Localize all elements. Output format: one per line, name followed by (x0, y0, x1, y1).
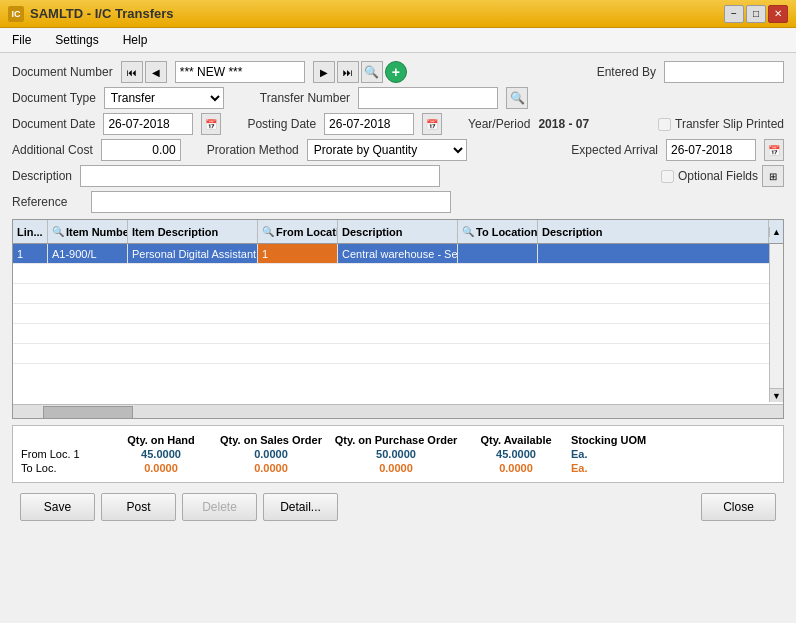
h-scrollbar-thumb[interactable] (43, 406, 133, 420)
minimize-button[interactable]: − (724, 5, 744, 23)
optional-fields-checkbox[interactable] (661, 170, 674, 183)
from-qty-available: 45.0000 (461, 448, 571, 460)
year-period-value: 2018 - 07 (538, 117, 589, 131)
posting-date-calendar[interactable]: 📅 (422, 113, 442, 135)
optional-fields-icon-btn[interactable]: ⊞ (762, 165, 784, 187)
delete-button[interactable]: Delete (182, 493, 257, 521)
menu-file[interactable]: File (8, 31, 35, 49)
col-item-number: 🔍 Item Number (48, 220, 128, 243)
document-date-label: Document Date (12, 117, 95, 131)
menu-help[interactable]: Help (119, 31, 152, 49)
title-bar: IC SAMLTD - I/C Transfers − □ ✕ (0, 0, 796, 28)
grid-header: Lin... 🔍 Item Number Item Description 🔍 … (13, 220, 783, 244)
col-description: Description (338, 220, 458, 243)
cell-to-location (458, 244, 538, 263)
proration-method-label: Proration Method (207, 143, 299, 157)
optional-fields-label: Optional Fields (678, 169, 758, 183)
bottom-stats-panel: Qty. on Hand Qty. on Sales Order Qty. on… (12, 425, 784, 483)
nav-prev-button[interactable]: ◀ (145, 61, 167, 83)
header-qty-sales: Qty. on Sales Order (211, 434, 331, 446)
document-date-field[interactable] (103, 113, 193, 135)
table-row[interactable]: 1 A1-900/L Personal Digital Assistant 1 … (13, 244, 783, 264)
document-date-calendar[interactable]: 📅 (201, 113, 221, 135)
menu-settings[interactable]: Settings (51, 31, 102, 49)
add-document-button[interactable]: + (385, 61, 407, 83)
reference-field[interactable] (91, 191, 451, 213)
table-row[interactable] (13, 284, 783, 304)
proration-method-select[interactable]: Prorate by Quantity Prorate by Cost No P… (307, 139, 467, 161)
search-document-button[interactable]: 🔍 (361, 61, 383, 83)
menu-bar: File Settings Help (0, 28, 796, 53)
vscroll-up-arrow[interactable]: ▲ (769, 227, 783, 237)
col-item-description: Item Description (128, 220, 258, 243)
from-loc-label: From Loc. 1 (21, 448, 111, 460)
document-number-label: Document Number (12, 65, 113, 79)
nav-first-button[interactable]: ⏮ (121, 61, 143, 83)
year-period-label: Year/Period (468, 117, 530, 131)
to-qty-hand: 0.0000 (111, 462, 211, 474)
close-button[interactable]: Close (701, 493, 776, 521)
document-number-field: *** NEW *** (175, 61, 305, 83)
table-row[interactable] (13, 264, 783, 284)
from-qty-sales: 0.0000 (211, 448, 331, 460)
header-qty-purchase: Qty. on Purchase Order (331, 434, 461, 446)
expected-arrival-label: Expected Arrival (571, 143, 658, 157)
grid-body[interactable]: 1 A1-900/L Personal Digital Assistant 1 … (13, 244, 783, 404)
cell-item-description: Personal Digital Assistant (128, 244, 258, 263)
cell-from-location: 1 (258, 244, 338, 263)
col-line: Lin... (13, 220, 48, 243)
cell-line: 1 (13, 244, 48, 263)
document-type-label: Document Type (12, 91, 96, 105)
entered-by-label: Entered By (597, 65, 656, 79)
button-row: Save Post Delete Detail... Close (12, 487, 784, 525)
main-content: Document Number ⏮ ◀ *** NEW *** ▶ ⏭ 🔍 + … (0, 53, 796, 620)
transfer-slip-label: Transfer Slip Printed (675, 117, 784, 131)
transfer-number-field[interactable] (358, 87, 498, 109)
maximize-button[interactable]: □ (746, 5, 766, 23)
posting-date-label: Posting Date (247, 117, 316, 131)
nav-next-button[interactable]: ▶ (313, 61, 335, 83)
additional-cost-field[interactable] (101, 139, 181, 161)
table-row[interactable] (13, 304, 783, 324)
search-transfer-button[interactable]: 🔍 (506, 87, 528, 109)
additional-cost-label: Additional Cost (12, 143, 93, 157)
header-uom: Stocking UOM (571, 434, 651, 446)
description-field[interactable] (80, 165, 440, 187)
app-icon: IC (8, 6, 24, 22)
to-uom: Ea. (571, 462, 651, 474)
table-row[interactable] (13, 344, 783, 364)
from-uom: Ea. (571, 448, 651, 460)
description-label: Description (12, 169, 72, 183)
vscroll-down-arrow[interactable]: ▼ (770, 388, 783, 402)
to-loc-label: To Loc. (21, 462, 111, 474)
transfers-grid: Lin... 🔍 Item Number Item Description 🔍 … (12, 219, 784, 419)
detail-button[interactable]: Detail... (263, 493, 338, 521)
close-window-button[interactable]: ✕ (768, 5, 788, 23)
post-button[interactable]: Post (101, 493, 176, 521)
table-row[interactable] (13, 324, 783, 344)
col-to-description: Description (538, 220, 769, 243)
col-to-location: 🔍 To Location (458, 220, 538, 243)
nav-last-button[interactable]: ⏭ (337, 61, 359, 83)
reference-label: Reference (12, 195, 67, 209)
v-scrollbar[interactable]: ▼ (769, 244, 783, 402)
transfer-slip-checkbox[interactable] (658, 118, 671, 131)
header-qty-hand: Qty. on Hand (111, 434, 211, 446)
to-qty-purchase: 0.0000 (331, 462, 461, 474)
h-scrollbar[interactable] (13, 404, 783, 419)
from-qty-hand: 45.0000 (111, 448, 211, 460)
transfer-number-label: Transfer Number (260, 91, 350, 105)
document-type-select[interactable]: Transfer Receipt Shipment (104, 87, 224, 109)
cell-to-description (538, 244, 783, 263)
to-qty-sales: 0.0000 (211, 462, 331, 474)
entered-by-field[interactable] (664, 61, 784, 83)
from-qty-purchase: 50.0000 (331, 448, 461, 460)
save-button[interactable]: Save (20, 493, 95, 521)
expected-arrival-calendar[interactable]: 📅 (764, 139, 784, 161)
expected-arrival-field[interactable] (666, 139, 756, 161)
posting-date-field[interactable] (324, 113, 414, 135)
cell-description: Central warehouse - Seattle (338, 244, 458, 263)
to-qty-available: 0.0000 (461, 462, 571, 474)
header-qty-available: Qty. Available (461, 434, 571, 446)
cell-item-number: A1-900/L (48, 244, 128, 263)
